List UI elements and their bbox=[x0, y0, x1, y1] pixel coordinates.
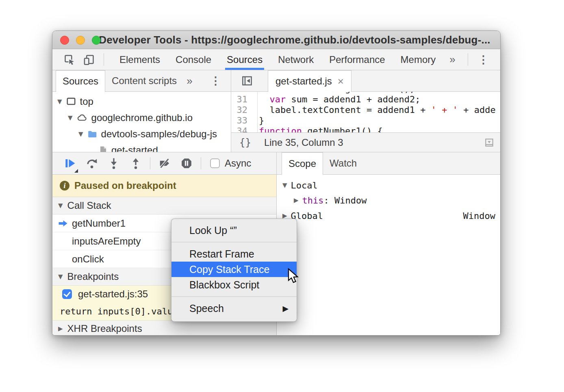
tree-item-top[interactable]: ▼ top bbox=[52, 93, 231, 110]
tab-sources[interactable]: Sources bbox=[227, 49, 262, 70]
string-token: ' + ' bbox=[431, 105, 458, 115]
section-title: Breakpoints bbox=[67, 271, 119, 282]
cloud-icon bbox=[76, 113, 88, 123]
chevron-down-icon: ▼ bbox=[58, 202, 63, 209]
call-stack-section-header[interactable]: ▼ Call Stack bbox=[52, 197, 276, 214]
device-toolbar-button[interactable] bbox=[79, 49, 99, 70]
editor-tab-filename: get-started.js bbox=[275, 76, 332, 87]
toolbar-separator bbox=[468, 53, 468, 66]
editor-tab-strip: get-started.js × bbox=[231, 70, 500, 92]
main-toolbar: Elements Console Sources Network Perform… bbox=[52, 49, 500, 70]
chevron-right-icon: ▶ bbox=[294, 197, 299, 204]
vertical-dots-icon: ⋮ bbox=[210, 74, 221, 87]
inspect-cursor-icon bbox=[64, 54, 75, 65]
debugger-toolbar: Async bbox=[52, 152, 276, 175]
tab-watch[interactable]: Watch bbox=[323, 152, 363, 174]
resume-icon bbox=[64, 157, 76, 169]
navigator-pane: Sources Content scripts » ⋮ ▼ top ▼ bbox=[52, 70, 231, 152]
nav-more-tabs-button[interactable]: » bbox=[187, 70, 192, 91]
devtools-window: Developer Tools - https://googlechrome.g… bbox=[52, 30, 501, 336]
chevron-down-icon: ▼ bbox=[57, 98, 62, 105]
code-editor[interactable]: var addend2 = getNumber2(); 31 var sum =… bbox=[231, 92, 500, 132]
nav-tab-sources[interactable]: Sources bbox=[56, 70, 105, 92]
line-number[interactable]: 33 bbox=[231, 115, 252, 126]
active-tab-underline bbox=[225, 68, 264, 70]
more-tabs-button[interactable]: » bbox=[449, 49, 455, 70]
dropdown-corner-icon bbox=[74, 169, 78, 173]
nav-tab-content-scripts[interactable]: Content scripts bbox=[105, 70, 183, 91]
tab-memory[interactable]: Memory bbox=[401, 49, 436, 70]
line-number[interactable]: 34 bbox=[231, 126, 252, 132]
toolbar-separator bbox=[104, 53, 104, 66]
chevron-double-right-icon: » bbox=[449, 53, 455, 66]
step-out-button[interactable] bbox=[125, 157, 147, 169]
device-toolbar-icon bbox=[83, 54, 95, 65]
menu-item-blackbox-script[interactable]: Blackbox Script bbox=[171, 277, 297, 292]
menu-item-copy-stack-trace[interactable]: Copy Stack Trace bbox=[171, 262, 297, 277]
frame-icon bbox=[66, 96, 76, 107]
tab-elements[interactable]: Elements bbox=[119, 49, 160, 70]
editor-tab-get-started[interactable]: get-started.js × bbox=[268, 70, 351, 92]
toolbar-right-group: ⋮ bbox=[463, 49, 500, 70]
collapse-navigator-button[interactable] bbox=[237, 70, 257, 91]
editor-status-bar: {} Line 35, Column 3 bbox=[231, 132, 500, 152]
window-title: Developer Tools - https://googlechrome.g… bbox=[62, 34, 490, 46]
line-number[interactable]: 31 bbox=[231, 94, 252, 105]
file-icon bbox=[98, 145, 108, 152]
scope-tab-strip: Scope Watch bbox=[277, 152, 500, 175]
deactivate-breakpoints-button[interactable] bbox=[154, 157, 176, 169]
current-frame-arrow-icon bbox=[57, 218, 69, 229]
traffic-lights bbox=[60, 36, 101, 45]
close-window-button[interactable] bbox=[60, 36, 69, 45]
step-over-button[interactable] bbox=[81, 157, 103, 169]
xhr-breakpoints-section-header[interactable]: ▶ XHR Breakpoints bbox=[52, 321, 276, 336]
tab-console[interactable]: Console bbox=[176, 49, 211, 70]
toolbar-separator bbox=[150, 157, 150, 169]
scope-local-row[interactable]: ▼ Local bbox=[277, 178, 500, 193]
tab-network[interactable]: Network bbox=[278, 49, 314, 70]
scope-this-row[interactable]: ▶ this: Window bbox=[277, 193, 500, 208]
async-checkbox[interactable] bbox=[210, 158, 220, 168]
minimize-window-button[interactable] bbox=[76, 36, 85, 45]
devtools-menu-button[interactable]: ⋮ bbox=[473, 49, 494, 70]
nav-menu-button[interactable]: ⋮ bbox=[205, 70, 226, 91]
tree-item-folder[interactable]: ▼ devtools-samples/debug-js bbox=[52, 126, 231, 142]
property-name: this bbox=[302, 195, 324, 206]
line-number[interactable]: 32 bbox=[231, 105, 252, 115]
step-into-button[interactable] bbox=[103, 157, 125, 169]
pause-octagon-icon bbox=[180, 157, 193, 169]
breakpoint-checkbox[interactable] bbox=[62, 289, 72, 299]
keyword-token: function bbox=[259, 126, 302, 132]
show-drawer-button[interactable] bbox=[484, 137, 495, 148]
scope-global-row[interactable]: ▶ Global Window bbox=[277, 208, 500, 224]
breakpoint-label: get-started.js:35 bbox=[78, 288, 148, 300]
tree-item-file[interactable]: get-started bbox=[52, 142, 231, 152]
step-out-icon bbox=[130, 157, 142, 169]
chevron-down-icon: ▼ bbox=[58, 273, 63, 280]
scope-body: ▼ Local ▶ this: Window ▶ Global Window bbox=[277, 175, 500, 335]
paused-banner: Paused on breakpoint bbox=[52, 175, 276, 197]
info-icon bbox=[60, 181, 69, 191]
folder-icon bbox=[87, 129, 98, 139]
resume-script-button[interactable] bbox=[59, 157, 81, 169]
file-tree: ▼ top ▼ googlechrome.github.io bbox=[52, 92, 231, 152]
step-into-icon bbox=[108, 157, 120, 169]
chevron-right-icon: ▶ bbox=[58, 325, 63, 332]
step-over-icon bbox=[86, 157, 98, 169]
tab-scope[interactable]: Scope bbox=[282, 152, 323, 175]
menu-item-look-up[interactable]: Look Up “” bbox=[171, 223, 297, 238]
section-title: XHR Breakpoints bbox=[67, 323, 142, 334]
tree-item-domain[interactable]: ▼ googlechrome.github.io bbox=[52, 110, 231, 126]
pause-on-exceptions-button[interactable] bbox=[176, 157, 197, 169]
close-icon[interactable]: × bbox=[338, 75, 344, 88]
chevron-down-icon: ▼ bbox=[282, 182, 287, 189]
pretty-print-button[interactable]: {} bbox=[239, 137, 251, 148]
inspect-element-button[interactable] bbox=[60, 49, 79, 70]
menu-item-speech[interactable]: Speech ▶ bbox=[171, 301, 297, 316]
menu-item-restart-frame[interactable]: Restart Frame bbox=[171, 246, 297, 262]
desktop-background: Developer Tools - https://googlechrome.g… bbox=[0, 0, 564, 392]
zoom-window-button[interactable] bbox=[92, 36, 101, 45]
tab-performance[interactable]: Performance bbox=[329, 49, 385, 70]
chevron-double-right-icon: » bbox=[187, 75, 192, 87]
menu-separator bbox=[171, 296, 297, 297]
